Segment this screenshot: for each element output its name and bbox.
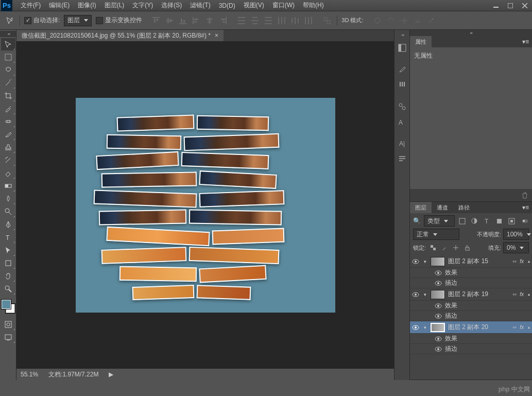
canvas[interactable] (76, 98, 335, 313)
panel-collapse[interactable] (410, 30, 532, 36)
document-tab[interactable]: 微信截图_20210820150614.jpg @ 55.1% (图层 2 副本… (16, 30, 224, 41)
visibility-icon[interactable] (435, 335, 442, 342)
menu-3d[interactable]: 3D(D) (215, 0, 239, 11)
layer-name[interactable]: 图层 2 副本 19 (448, 290, 509, 299)
visibility-icon[interactable] (435, 302, 442, 309)
visibility-icon[interactable] (412, 258, 419, 265)
opacity-input[interactable]: 100% (503, 229, 529, 240)
layer-name[interactable]: 图层 2 副本 15 (448, 257, 509, 266)
move-tool-icon[interactable] (4, 15, 15, 26)
show-transform-checkbox[interactable] (96, 17, 103, 24)
visibility-icon[interactable] (435, 280, 442, 287)
menu-window[interactable]: 窗口(W) (268, 0, 299, 11)
menu-filter[interactable]: 滤镜(T) (186, 0, 214, 11)
search-icon[interactable]: 🔍 (413, 217, 421, 225)
fx-badge[interactable]: fx (520, 324, 524, 330)
layer-effects[interactable]: 效果 (410, 301, 532, 311)
crop-tool[interactable] (1, 90, 15, 102)
toolbox-collapse[interactable] (0, 31, 16, 37)
type-tool[interactable]: T (1, 231, 15, 244)
filter-adjust-icon[interactable] (470, 217, 478, 225)
color-swatches[interactable] (2, 300, 15, 313)
hand-tool[interactable] (1, 270, 15, 282)
gradient-tool[interactable] (1, 180, 15, 192)
dodge-tool[interactable] (1, 205, 15, 218)
auto-select-checkbox[interactable] (24, 17, 31, 24)
menu-type[interactable]: 文字(Y) (128, 0, 157, 11)
tab-channels[interactable]: 通道 (432, 202, 453, 213)
brush-presets-icon[interactable] (395, 78, 409, 92)
move-tool[interactable] (1, 38, 15, 50)
panel-menu-icon[interactable]: ▾≡ (519, 36, 532, 47)
trash-icon[interactable] (521, 191, 529, 199)
eraser-tool[interactable] (1, 167, 15, 179)
fx-expand-icon[interactable]: ▴ (528, 325, 530, 330)
brush-panel-icon[interactable] (395, 62, 409, 77)
paragraph-styles-icon[interactable] (395, 152, 409, 166)
fill-input[interactable]: 0% (503, 242, 529, 253)
lasso-tool[interactable] (1, 64, 15, 76)
shape-tool[interactable] (1, 257, 15, 269)
paragraph-panel-icon[interactable]: A| (395, 136, 409, 151)
stamp-tool[interactable] (1, 141, 15, 153)
layer-name[interactable]: 图层 2 副本 20 (448, 323, 509, 332)
quickmask-tool[interactable] (1, 318, 15, 331)
fx-badge[interactable]: fx (520, 291, 524, 297)
layer-item[interactable]: ▾ 图层 2 副本 19 ⇔ fx ▴ (410, 288, 532, 301)
menu-edit[interactable]: 编辑(E) (45, 0, 74, 11)
lock-pixels-icon[interactable] (440, 244, 449, 252)
visibility-icon[interactable] (435, 313, 442, 320)
filter-smart-icon[interactable] (507, 217, 516, 225)
layer-effect-stroke[interactable]: 描边 (410, 344, 532, 354)
zoom-tool[interactable] (1, 283, 15, 295)
lock-all-icon[interactable] (463, 244, 471, 252)
screenmode-tool[interactable] (1, 331, 15, 343)
tab-layers[interactable]: 图层 (410, 202, 432, 213)
blend-mode-dropdown[interactable]: 正常 (413, 229, 459, 240)
history-panel-icon[interactable] (395, 41, 409, 55)
brush-tool[interactable] (1, 128, 15, 141)
close-icon[interactable]: × (215, 32, 218, 39)
layer-thumbnail[interactable] (431, 323, 445, 332)
filter-toggle[interactable] (521, 217, 529, 225)
menu-layer[interactable]: 图层(L) (100, 0, 129, 11)
layer-item[interactable]: ▾ 图层 2 副本 15 ⇔ fx ▴ (410, 255, 532, 268)
layer-effect-stroke[interactable]: 描边 (410, 311, 532, 321)
wand-tool[interactable] (1, 77, 15, 89)
visibility-icon[interactable] (435, 269, 442, 277)
filter-type-dropdown[interactable]: 类型 (424, 215, 455, 227)
fx-expand-icon[interactable]: ▴ (528, 292, 530, 297)
auto-select-dropdown[interactable]: 图层 (64, 15, 92, 26)
blur-tool[interactable] (1, 193, 15, 205)
tab-properties[interactable]: 属性 (410, 36, 432, 47)
character-panel-icon[interactable]: A (395, 115, 409, 129)
marquee-tool[interactable] (1, 51, 15, 63)
layer-list[interactable]: ▾ 图层 2 副本 15 ⇔ fx ▴ 效果 描边 (410, 255, 532, 380)
expand-icon[interactable]: ▾ (422, 325, 427, 330)
filter-shape-icon[interactable] (495, 217, 503, 225)
layer-thumbnail[interactable] (431, 257, 445, 266)
clone-source-icon[interactable] (395, 99, 409, 114)
status-arrow-icon[interactable]: ▶ (109, 371, 113, 378)
expand-icon[interactable]: ▾ (422, 259, 427, 264)
pen-tool[interactable] (1, 218, 15, 231)
path-select-tool[interactable] (1, 244, 15, 256)
lock-transparency-icon[interactable] (429, 244, 437, 252)
layer-thumbnail[interactable] (431, 290, 445, 299)
fx-badge[interactable]: fx (520, 259, 524, 264)
menu-image[interactable]: 图像(I) (74, 0, 100, 11)
history-brush-tool[interactable] (1, 154, 15, 166)
layer-effects[interactable]: 效果 (410, 334, 532, 344)
close-button[interactable] (518, 0, 532, 11)
layer-item[interactable]: ▾ 图层 2 副本 20 ⇔ fx ▴ (410, 321, 532, 334)
eyedropper-tool[interactable] (1, 102, 15, 115)
visibility-icon[interactable] (412, 291, 419, 298)
expand-icon[interactable]: ▾ (422, 292, 427, 297)
filter-pixel-icon[interactable] (458, 217, 466, 225)
visibility-icon[interactable] (435, 346, 442, 353)
menu-help[interactable]: 帮助(H) (299, 0, 328, 11)
healing-tool[interactable] (1, 115, 15, 128)
lock-position-icon[interactable] (452, 244, 460, 252)
zoom-level[interactable]: 55.1% (21, 371, 38, 378)
menu-select[interactable]: 选择(S) (157, 0, 186, 11)
